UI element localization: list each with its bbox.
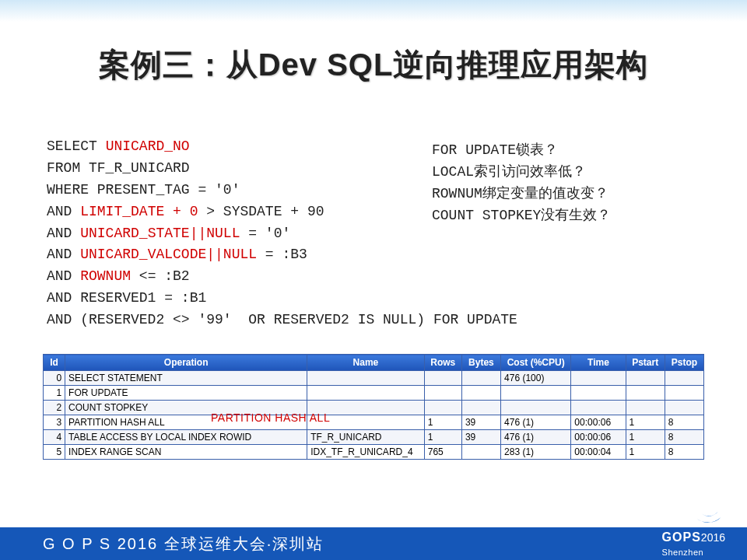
sql-line: AND UNICARD_VALCODE||NULL = :B3 <box>47 247 307 262</box>
sql-line: AND RESERVED1 = :B1 <box>47 290 206 306</box>
table-row: 2 COUNT STOPKEY <box>44 401 704 415</box>
annotation-partition-hash: PARTITION HASH ALL <box>211 411 330 424</box>
col-name: Name <box>307 355 425 371</box>
note-line: COUNT STOPKEY没有生效？ <box>432 208 611 223</box>
sql-line: SELECT UNICARD_NO <box>47 138 190 154</box>
sql-line: WHERE PRESENT_TAG = '0' <box>47 182 240 198</box>
sql-line: AND ROWNUM <= :B2 <box>47 268 190 284</box>
footer-bar: G O P S 2016 全球运维大会·深圳站 GOPS2016 Shenzhe… <box>0 527 747 560</box>
col-pstop: Pstop <box>665 355 703 371</box>
notes-block: FOR UPDATE锁表？ LOCAL索引访问效率低？ ROWNUM绑定变量的值… <box>432 140 611 227</box>
sql-line: AND LIMIT_DATE + 0 > SYSDATE + 90 <box>47 204 324 219</box>
col-bytes: Bytes <box>461 355 500 371</box>
sql-line: AND (RESERVED2 <> '99' OR RESERVED2 IS N… <box>47 312 517 327</box>
col-pstart: Pstart <box>626 355 665 371</box>
footer-brand: GOPS2016 Shenzhen <box>662 530 725 558</box>
col-rows: Rows <box>424 355 461 371</box>
logo-swirl-icon <box>691 498 727 526</box>
table-header-row: Id Operation Name Rows Bytes Cost (%CPU)… <box>44 355 704 371</box>
table-row: 1 FOR UPDATE <box>44 386 704 401</box>
table-row: 4 TABLE ACCESS BY LOCAL INDEX ROWID TF_R… <box>44 430 704 445</box>
col-id: Id <box>44 355 65 371</box>
col-operation: Operation <box>65 355 307 371</box>
sql-line: FROM TF_R_UNICARD <box>47 160 190 176</box>
note-line: FOR UPDATE锁表？ <box>432 142 558 158</box>
table-row: 5 INDEX RANGE SCAN IDX_TF_R_UNICARD_4 76… <box>44 445 704 460</box>
col-time: Time <box>571 355 626 371</box>
execution-plan-table: Id Operation Name Rows Bytes Cost (%CPU)… <box>43 354 704 460</box>
slide-title: 案例三：从Dev SQL逆向推理应用架构 <box>0 44 747 86</box>
footer-text: G O P S 2016 全球运维大会·深圳站 <box>43 534 324 555</box>
header-gradient <box>0 0 747 22</box>
note-line: LOCAL索引访问效率低？ <box>432 164 586 180</box>
sql-line: AND UNICARD_STATE||NULL = '0' <box>47 226 290 241</box>
col-cost: Cost (%CPU) <box>501 355 571 371</box>
table-row: 0 SELECT STATEMENT 476 (100) <box>44 371 704 386</box>
note-line: ROWNUM绑定变量的值改变？ <box>432 186 608 201</box>
table-row: 3 PARTITION HASH ALL 1 39 476 (1) 00:00:… <box>44 415 704 430</box>
